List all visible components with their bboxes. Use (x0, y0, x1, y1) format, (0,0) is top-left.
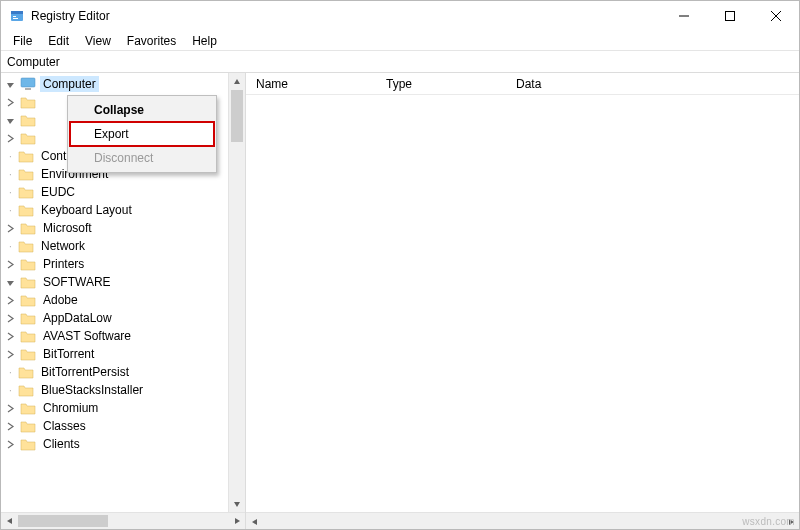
folder-icon (20, 257, 36, 271)
scroll-up-button[interactable] (229, 73, 245, 90)
tree-item-label: AVAST Software (40, 328, 134, 344)
list-horizontal-scrollbar[interactable] (246, 512, 799, 529)
column-type[interactable]: Type (386, 77, 516, 91)
context-disconnect: Disconnect (70, 146, 214, 170)
expander-icon[interactable] (5, 349, 16, 360)
folder-icon (20, 311, 36, 325)
list-body[interactable] (246, 95, 799, 512)
tree-item-label: Printers (40, 256, 87, 272)
tree-item-bluestacks[interactable]: ·BlueStacksInstaller (1, 381, 245, 399)
titlebar: Registry Editor (1, 1, 799, 31)
svg-rect-9 (25, 88, 31, 90)
menu-file[interactable]: File (5, 32, 40, 50)
context-menu: Collapse Export Disconnect (67, 95, 217, 173)
tree-item-chromium[interactable]: Chromium (1, 399, 245, 417)
tree-item-label: AppDataLow (40, 310, 115, 326)
tree-root-computer[interactable]: Computer (1, 75, 245, 93)
svg-rect-3 (13, 18, 18, 19)
expander-icon[interactable] (5, 403, 16, 414)
scroll-right-button[interactable] (228, 513, 245, 530)
scroll-left-button[interactable] (246, 513, 263, 530)
column-name[interactable]: Name (256, 77, 386, 91)
context-collapse[interactable]: Collapse (70, 98, 214, 122)
tree-item-keyboard-layout[interactable]: ·Keyboard Layout (1, 201, 245, 219)
tree-item-label: Keyboard Layout (38, 202, 135, 218)
folder-icon (20, 113, 36, 127)
expander-icon[interactable] (5, 259, 16, 270)
menu-view[interactable]: View (77, 32, 119, 50)
tree-root-label: Computer (40, 76, 99, 92)
svg-marker-10 (234, 79, 240, 84)
svg-rect-1 (11, 11, 23, 14)
folder-icon (20, 293, 36, 307)
folder-icon (20, 95, 36, 109)
folder-icon (20, 329, 36, 343)
tree-item-appdatalow[interactable]: AppDataLow (1, 309, 245, 327)
expander-icon[interactable] (5, 277, 16, 288)
tree-item-avast[interactable]: AVAST Software (1, 327, 245, 345)
computer-icon (20, 77, 36, 91)
expander-icon[interactable] (5, 79, 16, 90)
folder-icon (18, 149, 34, 163)
tree-item-label: BlueStacksInstaller (38, 382, 146, 398)
svg-marker-12 (7, 518, 12, 524)
tree-item-label (40, 137, 46, 139)
svg-rect-8 (21, 78, 35, 87)
tree-item-adobe[interactable]: Adobe (1, 291, 245, 309)
folder-icon (20, 347, 36, 361)
expander-icon[interactable] (5, 331, 16, 342)
column-data[interactable]: Data (516, 77, 799, 91)
tree-item-label: Chromium (40, 400, 101, 416)
menu-help[interactable]: Help (184, 32, 225, 50)
scroll-down-button[interactable] (229, 495, 245, 512)
window-title: Registry Editor (31, 9, 110, 23)
expander-icon[interactable] (5, 439, 16, 450)
tree-item-bittorrentpersist[interactable]: ·BitTorrentPersist (1, 363, 245, 381)
tree-item-eudc[interactable]: ·EUDC (1, 183, 245, 201)
tree-item-network[interactable]: ·Network (1, 237, 245, 255)
expander-icon[interactable] (5, 313, 16, 324)
context-export[interactable]: Export (70, 122, 214, 146)
tree-item-printers[interactable]: Printers (1, 255, 245, 273)
tree-vertical-scrollbar[interactable] (228, 73, 245, 512)
tree-item-label (40, 101, 46, 103)
tree-item-microsoft[interactable]: Microsoft (1, 219, 245, 237)
svg-marker-13 (235, 518, 240, 524)
address-bar[interactable]: Computer (1, 51, 799, 73)
scroll-left-button[interactable] (1, 513, 18, 530)
tree-item-label (40, 119, 46, 121)
folder-icon (20, 419, 36, 433)
scroll-thumb[interactable] (18, 515, 108, 527)
folder-icon (20, 437, 36, 451)
expander-icon[interactable] (5, 133, 16, 144)
menu-edit[interactable]: Edit (40, 32, 77, 50)
tree-item-label: Adobe (40, 292, 81, 308)
tree-item-label: EUDC (38, 184, 78, 200)
address-path: Computer (7, 55, 60, 69)
expander-icon[interactable] (5, 97, 16, 108)
scroll-thumb[interactable] (231, 90, 243, 142)
folder-icon (20, 131, 36, 145)
watermark: wsxdn.com (742, 516, 795, 527)
svg-rect-2 (13, 16, 16, 17)
tree-item-label: SOFTWARE (40, 274, 114, 290)
close-button[interactable] (753, 1, 799, 31)
expander-icon[interactable] (5, 223, 16, 234)
tree-item-classes[interactable]: Classes (1, 417, 245, 435)
tree-item-software[interactable]: SOFTWARE (1, 273, 245, 291)
maximize-button[interactable] (707, 1, 753, 31)
svg-rect-5 (726, 12, 735, 21)
tree-item-bittorrent[interactable]: BitTorrent (1, 345, 245, 363)
expander-icon[interactable] (5, 115, 16, 126)
menu-favorites[interactable]: Favorites (119, 32, 184, 50)
svg-marker-11 (234, 502, 240, 507)
app-icon (9, 8, 25, 24)
folder-icon (18, 383, 34, 397)
tree-item-clients[interactable]: Clients (1, 435, 245, 453)
tree-horizontal-scrollbar[interactable] (1, 512, 245, 529)
minimize-button[interactable] (661, 1, 707, 31)
expander-icon[interactable] (5, 421, 16, 432)
folder-icon (18, 365, 34, 379)
folder-icon (18, 185, 34, 199)
expander-icon[interactable] (5, 295, 16, 306)
